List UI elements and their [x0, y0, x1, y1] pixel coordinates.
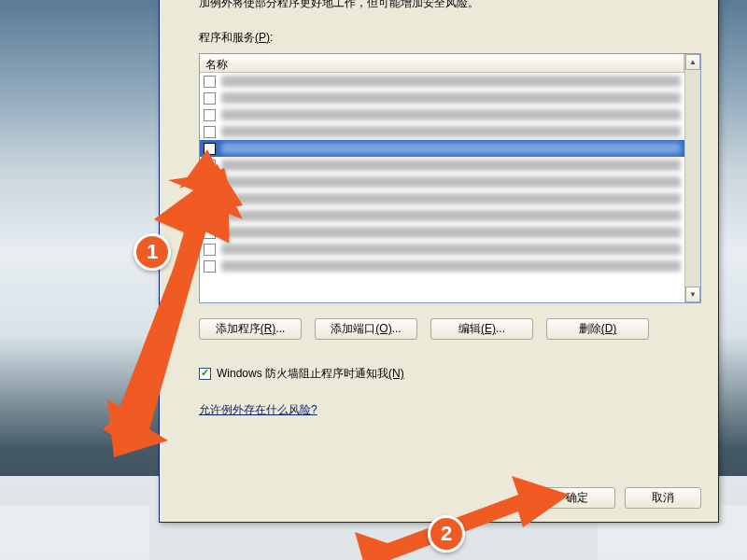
vertical-scrollbar[interactable]: ▲ ▼: [684, 54, 700, 302]
dialog-description: 加例外将使部分程序更好地工作，但可能增加安全风险。: [199, 0, 701, 11]
risk-link[interactable]: 允许例外存在什么风险?: [199, 402, 701, 418]
ok-button[interactable]: 确定: [539, 487, 615, 509]
notify-label: Windows 防火墙阻止程序时通知我(N): [217, 366, 404, 382]
list-item[interactable]: [200, 106, 684, 123]
checkbox-icon[interactable]: [204, 160, 216, 172]
list-item[interactable]: [200, 207, 684, 224]
checkbox-icon[interactable]: [204, 210, 216, 222]
list-item[interactable]: [200, 123, 684, 140]
checkbox-icon[interactable]: [204, 126, 216, 138]
programs-services-label: 程序和服务(P):: [199, 30, 701, 46]
checkbox-icon[interactable]: [204, 260, 216, 273]
list-column-header-name[interactable]: 名称: [200, 54, 684, 73]
checkbox-icon[interactable]: [204, 227, 216, 239]
list-item[interactable]: [200, 190, 684, 207]
programs-listbox[interactable]: 名称 ▲ ▼: [199, 53, 701, 303]
scroll-down-icon[interactable]: ▼: [685, 287, 700, 302]
delete-button[interactable]: 删除(D): [546, 318, 649, 340]
checkbox-icon[interactable]: [204, 109, 216, 121]
checkbox-icon[interactable]: [204, 143, 216, 155]
scroll-up-icon[interactable]: ▲: [685, 54, 700, 70]
firewall-exceptions-dialog: 加例外将使部分程序更好地工作，但可能增加安全风险。 程序和服务(P): 名称: [159, 0, 719, 523]
list-item[interactable]: [200, 90, 684, 106]
cancel-button[interactable]: 取消: [625, 487, 701, 509]
checkbox-icon[interactable]: [204, 92, 216, 105]
add-program-button[interactable]: 添加程序(R)...: [199, 318, 302, 340]
list-item[interactable]: [200, 157, 684, 174]
list-item[interactable]: [200, 258, 684, 274]
list-item[interactable]: [200, 241, 684, 258]
checkbox-icon[interactable]: [204, 76, 216, 88]
checkbox-icon[interactable]: [204, 176, 216, 189]
notify-checkbox[interactable]: [199, 368, 211, 380]
edit-button[interactable]: 编辑(E)...: [430, 318, 533, 340]
list-item[interactable]: [200, 224, 684, 241]
checkbox-icon[interactable]: [204, 193, 216, 205]
list-item[interactable]: [200, 73, 684, 90]
checkbox-icon[interactable]: [204, 244, 216, 256]
add-port-button[interactable]: 添加端口(O)...: [315, 318, 417, 340]
list-item-selected[interactable]: [200, 140, 684, 157]
list-item[interactable]: [200, 174, 684, 190]
